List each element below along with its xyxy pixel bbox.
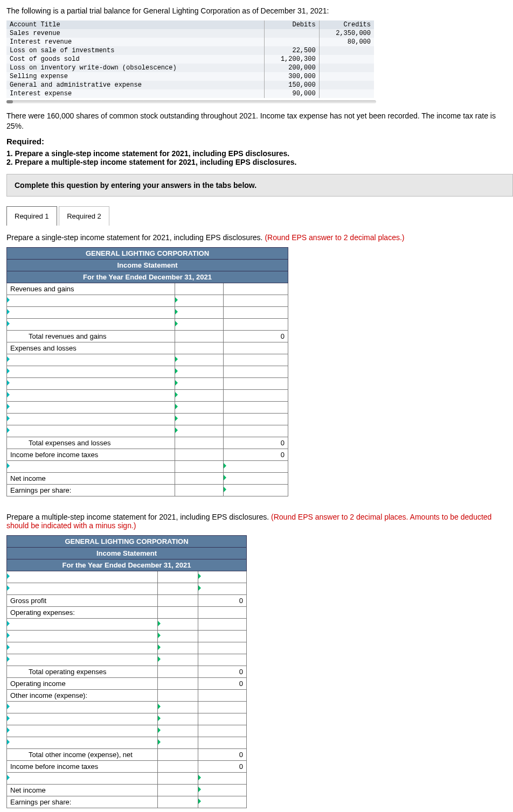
gross-profit-value: 0 [198, 594, 247, 606]
total-other-value: 0 [198, 748, 247, 760]
eps-label: Earnings per share: [7, 796, 158, 808]
input-cell[interactable] [158, 713, 198, 725]
input-cell[interactable] [198, 796, 247, 808]
multi-step-statement: GENERAL LIGHTING CORPORATION Income Stat… [6, 535, 247, 808]
total-opex-value: 0 [198, 666, 247, 677]
dropdown-field[interactable] [7, 725, 158, 737]
dropdown-field[interactable] [7, 642, 158, 654]
tb-cell [319, 81, 374, 89]
tab-required-1[interactable]: Required 1 [6, 206, 57, 226]
input-cell[interactable] [175, 425, 224, 437]
input-cell[interactable] [175, 366, 224, 377]
input-cell[interactable] [158, 701, 198, 713]
input-cell[interactable] [175, 354, 224, 366]
tb-cell [264, 29, 319, 38]
blank-cell [224, 318, 288, 330]
blank-cell [224, 401, 288, 413]
blank-cell [224, 366, 288, 377]
stmt-header-company: GENERAL LIGHTING CORPORATION [7, 247, 288, 259]
intro-text: The following is a partial trial balance… [6, 6, 507, 15]
dropdown-field[interactable] [7, 571, 158, 583]
blank-cell [198, 642, 247, 654]
ibt-label: Income before income taxes [7, 760, 158, 772]
blank-cell [224, 354, 288, 366]
input-cell[interactable] [175, 295, 224, 306]
net-income-label: Net income [7, 472, 175, 484]
input-cell[interactable] [158, 630, 198, 642]
dropdown-field[interactable] [7, 354, 175, 366]
input-cell[interactable] [175, 318, 224, 330]
tb-cell [264, 38, 319, 46]
dropdown-field[interactable] [7, 377, 175, 389]
input-cell[interactable] [175, 306, 224, 318]
input-cell[interactable] [158, 618, 198, 630]
dropdown-field[interactable] [7, 460, 175, 472]
tb-cell: 90,000 [264, 89, 319, 98]
dropdown-field[interactable] [7, 413, 175, 425]
instruction-1: Prepare a single-step income statement f… [6, 233, 507, 242]
dropdown-field[interactable] [7, 737, 158, 748]
blank-cell [224, 306, 288, 318]
total-rev-label: Total revenues and gains [7, 330, 175, 342]
blank-cell [175, 437, 224, 449]
opex-label: Operating expenses: [7, 606, 158, 618]
dropdown-field[interactable] [7, 389, 175, 401]
stmt-header-period: For the Year Ended December 31, 2021 [7, 559, 247, 571]
blank-cell [158, 594, 198, 606]
tb-cell: Interest revenue [6, 38, 264, 46]
dropdown-field[interactable] [7, 401, 175, 413]
tb-header-account: Account Title [6, 20, 264, 29]
blank-cell [224, 389, 288, 401]
dropdown-field[interactable] [7, 318, 175, 330]
tb-cell: Selling expense [6, 72, 264, 81]
tb-cell [319, 46, 374, 55]
input-cell[interactable] [158, 654, 198, 666]
input-cell[interactable] [198, 583, 247, 594]
input-cell[interactable] [175, 401, 224, 413]
tb-cell [319, 89, 374, 98]
tab-required-2[interactable]: Required 2 [59, 206, 109, 226]
dropdown-field[interactable] [7, 654, 158, 666]
net-income-label: Net income [7, 784, 158, 796]
tb-cell [319, 55, 374, 64]
stmt-header-period: For the Year Ended December 31, 2021 [7, 271, 288, 283]
dropdown-field[interactable] [7, 772, 158, 784]
tb-cell: 200,000 [264, 64, 319, 72]
blank-cell [158, 689, 198, 701]
horizontal-scroll-icon[interactable] [6, 100, 376, 103]
input-cell[interactable] [175, 377, 224, 389]
input-cell[interactable] [158, 725, 198, 737]
tb-cell: 2,350,000 [319, 29, 374, 38]
input-cell[interactable] [224, 484, 288, 496]
operating-income-label: Operating income [7, 677, 158, 689]
blank-cell [224, 425, 288, 437]
input-cell[interactable] [158, 642, 198, 654]
blank-cell [175, 460, 224, 472]
tb-cell: 80,000 [319, 38, 374, 46]
input-cell[interactable] [224, 460, 288, 472]
dropdown-field[interactable] [7, 295, 175, 306]
tb-cell [319, 72, 374, 81]
dropdown-field[interactable] [7, 618, 158, 630]
dropdown-field[interactable] [7, 425, 175, 437]
input-cell[interactable] [198, 772, 247, 784]
input-cell[interactable] [175, 389, 224, 401]
dropdown-field[interactable] [7, 366, 175, 377]
gross-profit-label: Gross profit [7, 594, 158, 606]
instruction-2: Prepare a multiple-step income statement… [6, 513, 507, 530]
ibt-value: 0 [198, 760, 247, 772]
requirement-1: 1. Prepare a single-step income statemen… [6, 149, 507, 158]
input-cell[interactable] [175, 413, 224, 425]
input-cell[interactable] [224, 472, 288, 484]
dropdown-field[interactable] [7, 306, 175, 318]
blank-cell [198, 725, 247, 737]
dropdown-field[interactable] [7, 701, 158, 713]
dropdown-field[interactable] [7, 713, 158, 725]
dropdown-field[interactable] [7, 630, 158, 642]
input-cell[interactable] [198, 571, 247, 583]
input-cell[interactable] [158, 737, 198, 748]
required-heading: Required: [6, 137, 507, 146]
blank-cell [198, 618, 247, 630]
dropdown-field[interactable] [7, 583, 158, 594]
input-cell[interactable] [198, 784, 247, 796]
